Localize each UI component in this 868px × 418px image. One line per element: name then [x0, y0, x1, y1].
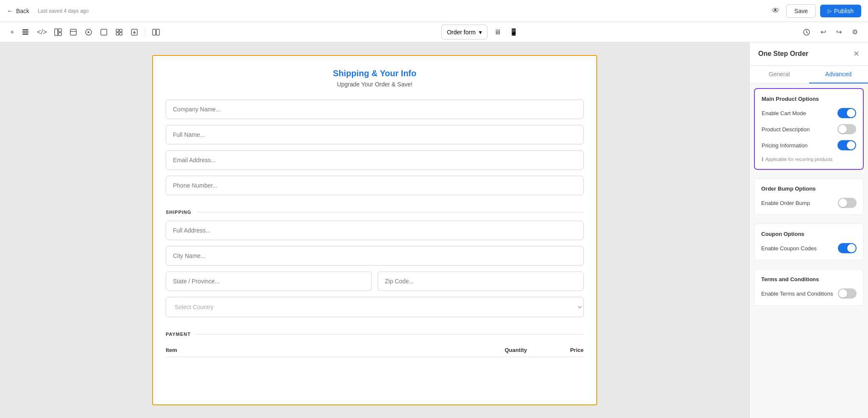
publish-button[interactable]: ▷ Publish [820, 5, 861, 17]
product-description-label: Product Description [762, 126, 810, 133]
recurring-note-text: Applicable for recurring products [765, 157, 832, 162]
export-button[interactable] [127, 25, 142, 39]
order-bump-section: Order Bump Options Enable Order Bump [754, 178, 864, 215]
panel-tabs: General Advanced [750, 66, 868, 84]
recurring-products-note: ℹ Applicable for recurring products [762, 156, 856, 162]
col-item-header: Item [166, 347, 490, 353]
svg-rect-9 [101, 29, 107, 35]
add-element-button[interactable]: + [7, 25, 17, 39]
main-product-section: Main Product Options Enable Cart Mode Pr… [754, 88, 864, 170]
order-bump-title: Order Bump Options [761, 185, 857, 192]
enable-cart-mode-row: Enable Cart Mode [762, 108, 856, 118]
back-button[interactable]: ← Back [7, 7, 29, 15]
state-field[interactable] [166, 271, 372, 291]
save-button[interactable]: Save [786, 4, 816, 18]
preview-button[interactable]: 👁 [769, 4, 782, 18]
info-icon: ℹ [762, 156, 764, 162]
payment-header: Item Quantity Price [166, 343, 584, 357]
grid-button[interactable] [112, 25, 126, 39]
redo-button[interactable]: ↪ [833, 25, 845, 39]
enable-terms-row: Enable Terms and Conditions [761, 288, 857, 299]
canvas-area: Shipping & Your Info Upgrade Your Order … [0, 42, 749, 418]
form-type-label: Order form [447, 29, 476, 36]
enable-cart-mode-label: Enable Cart Mode [762, 110, 806, 116]
svg-rect-4 [58, 29, 61, 32]
svg-rect-13 [120, 33, 122, 35]
pricing-information-label: Pricing Information [762, 142, 807, 149]
back-label: Back [16, 8, 29, 14]
split-view-button[interactable] [149, 25, 163, 39]
enable-terms-toggle[interactable] [838, 288, 857, 299]
svg-rect-0 [22, 29, 28, 30]
svg-rect-6 [70, 29, 76, 35]
svg-rect-11 [120, 29, 122, 32]
panel-title: One Step Order [758, 50, 808, 58]
zip-field[interactable] [378, 271, 584, 291]
city-field[interactable] [166, 246, 584, 266]
enable-order-bump-toggle[interactable] [838, 198, 857, 208]
form-subtitle: Upgrade Your Order & Save! [166, 81, 584, 88]
form-type-selector[interactable]: Order form ▾ [441, 25, 487, 39]
header-left: ← Back Last saved 4 days ago [7, 7, 89, 15]
col-quantity-header: Quantity [490, 347, 541, 353]
undo-button[interactable]: ↩ [817, 25, 829, 39]
form-header: Shipping & Your Info Upgrade Your Order … [166, 69, 584, 88]
publish-label: Publish [834, 8, 854, 14]
enable-order-bump-label: Enable Order Bump [761, 200, 810, 206]
svg-rect-12 [116, 33, 119, 35]
svg-rect-5 [58, 33, 61, 36]
close-panel-button[interactable]: ✕ [853, 49, 860, 58]
section-button[interactable] [66, 25, 81, 39]
mobile-view-button[interactable]: 📱 [506, 25, 521, 39]
right-panel: One Step Order ✕ General Advanced Main P… [749, 42, 868, 418]
payment-section-label: PAYMENT [166, 332, 584, 337]
address-field[interactable] [166, 221, 584, 240]
country-select[interactable]: Select Country [166, 297, 584, 317]
pricing-information-row: Pricing Information [762, 140, 856, 150]
enable-coupon-codes-label: Enable Coupon Codes [761, 245, 817, 252]
product-description-row: Product Description [762, 124, 856, 134]
panel-header: One Step Order ✕ [750, 42, 868, 66]
product-description-toggle[interactable] [837, 124, 856, 134]
media-button[interactable] [81, 25, 96, 39]
layout-button[interactable] [51, 25, 65, 39]
toolbar-center: Order form ▾ 🖥 📱 [163, 25, 799, 39]
company-name-field[interactable] [166, 100, 584, 119]
form-container: Shipping & Your Info Upgrade Your Order … [152, 55, 597, 405]
settings-button[interactable]: ⚙ [849, 25, 861, 39]
header-right: 👁 Save ▷ Publish [769, 4, 861, 18]
layers-button[interactable] [18, 25, 33, 39]
enable-cart-mode-toggle[interactable] [837, 108, 856, 118]
svg-rect-10 [116, 29, 119, 32]
email-field[interactable] [166, 150, 584, 170]
history-button[interactable] [799, 25, 814, 39]
header-bar: ← Back Last saved 4 days ago 👁 Save ▷ Pu… [0, 0, 868, 22]
main-layout: Shipping & Your Info Upgrade Your Order … [0, 42, 868, 418]
svg-rect-1 [22, 31, 28, 33]
dropdown-icon: ▾ [479, 29, 482, 36]
enable-coupon-codes-toggle[interactable] [838, 243, 857, 253]
terms-title: Terms and Conditions [761, 276, 857, 282]
tab-general[interactable]: General [750, 66, 809, 83]
enable-order-bump-row: Enable Order Bump [761, 198, 857, 208]
publish-icon: ▷ [828, 8, 832, 14]
terms-section: Terms and Conditions Enable Terms and Co… [754, 269, 864, 306]
full-name-field[interactable] [166, 125, 584, 144]
main-product-title: Main Product Options [762, 96, 856, 102]
svg-rect-16 [156, 29, 159, 35]
box-button[interactable] [97, 25, 111, 39]
phone-field[interactable] [166, 176, 584, 195]
code-button[interactable]: </> [33, 25, 50, 39]
svg-rect-3 [55, 29, 58, 36]
state-zip-row [166, 271, 584, 291]
toolbar: + </> Order form ▾ [0, 22, 868, 42]
desktop-view-button[interactable]: 🖥 [491, 25, 504, 39]
coupon-section: Coupon Options Enable Coupon Codes [754, 224, 864, 260]
toolbar-far-right: ↩ ↪ ⚙ [799, 25, 861, 39]
svg-rect-15 [153, 29, 156, 35]
enable-coupon-codes-row: Enable Coupon Codes [761, 243, 857, 253]
coupon-title: Coupon Options [761, 231, 857, 237]
tab-advanced[interactable]: Advanced [809, 66, 868, 83]
device-buttons: 🖥 📱 [491, 25, 521, 39]
pricing-information-toggle[interactable] [837, 140, 856, 150]
